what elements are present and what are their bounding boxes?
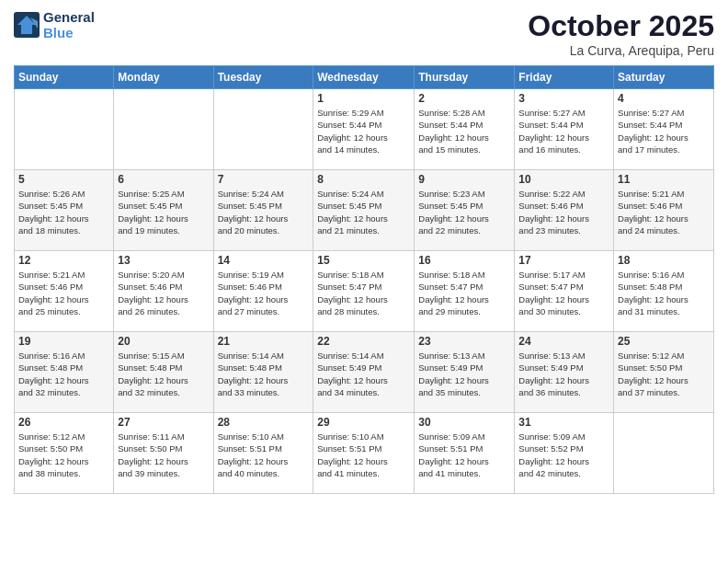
day-number: 17 [518, 254, 609, 267]
day-number: 30 [418, 416, 510, 429]
day-info: Sunrise: 5:10 AM Sunset: 5:51 PM Dayligh… [218, 431, 310, 479]
col-thursday: Thursday [415, 66, 515, 89]
day-info: Sunrise: 5:21 AM Sunset: 5:46 PM Dayligh… [618, 188, 710, 236]
logo-icon [14, 12, 40, 38]
day-info: Sunrise: 5:29 AM Sunset: 5:44 PM Dayligh… [317, 107, 410, 155]
day-number: 12 [18, 254, 109, 267]
day-info: Sunrise: 5:18 AM Sunset: 5:47 PM Dayligh… [418, 269, 510, 317]
day-number: 24 [518, 335, 609, 348]
day-info: Sunrise: 5:14 AM Sunset: 5:49 PM Dayligh… [317, 350, 410, 398]
calendar-cell: 13Sunrise: 5:20 AM Sunset: 5:46 PM Dayli… [114, 251, 213, 332]
day-number: 25 [618, 335, 710, 348]
day-info: Sunrise: 5:10 AM Sunset: 5:51 PM Dayligh… [317, 431, 410, 479]
day-number: 26 [18, 416, 109, 429]
day-number: 23 [418, 335, 510, 348]
day-number: 31 [518, 416, 609, 429]
calendar-cell: 26Sunrise: 5:12 AM Sunset: 5:50 PM Dayli… [15, 413, 114, 494]
calendar-cell: 9Sunrise: 5:23 AM Sunset: 5:45 PM Daylig… [415, 170, 515, 251]
day-number: 3 [518, 92, 609, 105]
col-tuesday: Tuesday [213, 66, 313, 89]
day-number: 21 [218, 335, 310, 348]
day-info: Sunrise: 5:22 AM Sunset: 5:46 PM Dayligh… [518, 188, 609, 236]
calendar-week-3: 12Sunrise: 5:21 AM Sunset: 5:46 PM Dayli… [15, 251, 714, 332]
day-number: 29 [317, 416, 410, 429]
day-info: Sunrise: 5:13 AM Sunset: 5:49 PM Dayligh… [418, 350, 510, 398]
day-number: 1 [317, 92, 410, 105]
day-info: Sunrise: 5:19 AM Sunset: 5:46 PM Dayligh… [218, 269, 310, 317]
calendar-cell: 17Sunrise: 5:17 AM Sunset: 5:47 PM Dayli… [515, 251, 614, 332]
day-number: 8 [317, 173, 410, 186]
calendar-cell: 23Sunrise: 5:13 AM Sunset: 5:49 PM Dayli… [415, 332, 515, 413]
day-number: 19 [18, 335, 109, 348]
day-info: Sunrise: 5:09 AM Sunset: 5:52 PM Dayligh… [518, 431, 609, 479]
subtitle: La Curva, Arequipa, Peru [528, 43, 714, 58]
main-title: October 2025 [528, 9, 714, 43]
calendar-week-1: 1Sunrise: 5:29 AM Sunset: 5:44 PM Daylig… [15, 89, 714, 170]
day-info: Sunrise: 5:11 AM Sunset: 5:50 PM Dayligh… [118, 431, 209, 479]
calendar-cell: 10Sunrise: 5:22 AM Sunset: 5:46 PM Dayli… [515, 170, 614, 251]
day-info: Sunrise: 5:20 AM Sunset: 5:46 PM Dayligh… [118, 269, 209, 317]
logo: General Blue [14, 9, 95, 40]
day-info: Sunrise: 5:25 AM Sunset: 5:45 PM Dayligh… [118, 188, 209, 236]
calendar-cell: 30Sunrise: 5:09 AM Sunset: 5:51 PM Dayli… [415, 413, 515, 494]
day-number: 10 [518, 173, 609, 186]
col-friday: Friday [515, 66, 614, 89]
calendar-cell: 27Sunrise: 5:11 AM Sunset: 5:50 PM Dayli… [114, 413, 213, 494]
calendar-cell: 1Sunrise: 5:29 AM Sunset: 5:44 PM Daylig… [313, 89, 415, 170]
day-number: 7 [218, 173, 310, 186]
day-info: Sunrise: 5:15 AM Sunset: 5:48 PM Dayligh… [118, 350, 209, 398]
day-info: Sunrise: 5:21 AM Sunset: 5:46 PM Dayligh… [18, 269, 109, 317]
day-number: 4 [618, 92, 710, 105]
day-number: 5 [18, 173, 109, 186]
calendar-page: General Blue October 2025 La Curva, Areq… [0, 0, 728, 563]
calendar-cell: 16Sunrise: 5:18 AM Sunset: 5:47 PM Dayli… [415, 251, 515, 332]
day-number: 9 [418, 173, 510, 186]
day-number: 6 [118, 173, 209, 186]
day-info: Sunrise: 5:09 AM Sunset: 5:51 PM Dayligh… [418, 431, 510, 479]
calendar-week-4: 19Sunrise: 5:16 AM Sunset: 5:48 PM Dayli… [15, 332, 714, 413]
calendar-cell: 31Sunrise: 5:09 AM Sunset: 5:52 PM Dayli… [515, 413, 614, 494]
calendar-cell: 18Sunrise: 5:16 AM Sunset: 5:48 PM Dayli… [614, 251, 714, 332]
calendar-cell [213, 89, 313, 170]
calendar-table: Sunday Monday Tuesday Wednesday Thursday… [14, 65, 714, 494]
day-info: Sunrise: 5:16 AM Sunset: 5:48 PM Dayligh… [618, 269, 710, 317]
day-number: 18 [618, 254, 710, 267]
col-wednesday: Wednesday [313, 66, 415, 89]
calendar-cell: 5Sunrise: 5:26 AM Sunset: 5:45 PM Daylig… [15, 170, 114, 251]
col-monday: Monday [114, 66, 213, 89]
calendar-cell: 20Sunrise: 5:15 AM Sunset: 5:48 PM Dayli… [114, 332, 213, 413]
calendar-cell: 24Sunrise: 5:13 AM Sunset: 5:49 PM Dayli… [515, 332, 614, 413]
title-section: October 2025 La Curva, Arequipa, Peru [528, 9, 714, 58]
day-number: 11 [618, 173, 710, 186]
col-saturday: Saturday [614, 66, 714, 89]
calendar-cell: 28Sunrise: 5:10 AM Sunset: 5:51 PM Dayli… [213, 413, 313, 494]
calendar-cell: 11Sunrise: 5:21 AM Sunset: 5:46 PM Dayli… [614, 170, 714, 251]
calendar-cell: 3Sunrise: 5:27 AM Sunset: 5:44 PM Daylig… [515, 89, 614, 170]
calendar-cell: 2Sunrise: 5:28 AM Sunset: 5:44 PM Daylig… [415, 89, 515, 170]
day-number: 22 [317, 335, 410, 348]
calendar-cell: 25Sunrise: 5:12 AM Sunset: 5:50 PM Dayli… [614, 332, 714, 413]
calendar-cell: 19Sunrise: 5:16 AM Sunset: 5:48 PM Dayli… [15, 332, 114, 413]
calendar-cell: 7Sunrise: 5:24 AM Sunset: 5:45 PM Daylig… [213, 170, 313, 251]
day-info: Sunrise: 5:17 AM Sunset: 5:47 PM Dayligh… [518, 269, 609, 317]
calendar-week-5: 26Sunrise: 5:12 AM Sunset: 5:50 PM Dayli… [15, 413, 714, 494]
day-number: 2 [418, 92, 510, 105]
day-number: 15 [317, 254, 410, 267]
calendar-cell: 14Sunrise: 5:19 AM Sunset: 5:46 PM Dayli… [213, 251, 313, 332]
day-info: Sunrise: 5:18 AM Sunset: 5:47 PM Dayligh… [317, 269, 410, 317]
day-info: Sunrise: 5:16 AM Sunset: 5:48 PM Dayligh… [18, 350, 109, 398]
day-info: Sunrise: 5:14 AM Sunset: 5:48 PM Dayligh… [218, 350, 310, 398]
day-number: 16 [418, 254, 510, 267]
calendar-cell: 4Sunrise: 5:27 AM Sunset: 5:44 PM Daylig… [614, 89, 714, 170]
day-info: Sunrise: 5:27 AM Sunset: 5:44 PM Dayligh… [618, 107, 710, 155]
day-info: Sunrise: 5:26 AM Sunset: 5:45 PM Dayligh… [18, 188, 109, 236]
day-info: Sunrise: 5:24 AM Sunset: 5:45 PM Dayligh… [317, 188, 410, 236]
day-info: Sunrise: 5:28 AM Sunset: 5:44 PM Dayligh… [418, 107, 510, 155]
day-info: Sunrise: 5:13 AM Sunset: 5:49 PM Dayligh… [518, 350, 609, 398]
calendar-cell [114, 89, 213, 170]
calendar-cell: 21Sunrise: 5:14 AM Sunset: 5:48 PM Dayli… [213, 332, 313, 413]
col-sunday: Sunday [15, 66, 114, 89]
day-info: Sunrise: 5:24 AM Sunset: 5:45 PM Dayligh… [218, 188, 310, 236]
day-number: 27 [118, 416, 209, 429]
day-number: 13 [118, 254, 209, 267]
